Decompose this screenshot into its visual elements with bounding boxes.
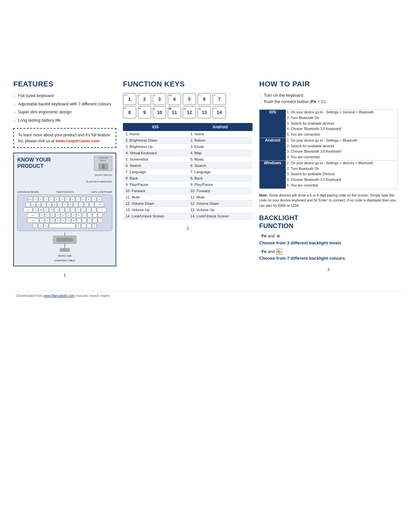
kb-key: , bbox=[77, 218, 81, 223]
fk-key-4: ⌨ 4 bbox=[168, 93, 181, 105]
info-box: To learn more about your product and it'… bbox=[13, 128, 116, 148]
kb-key: \ bbox=[98, 213, 103, 217]
keyboard-diagram: ESC F1 F2 F3 F4 F5 F6 F7 F8 F9 F10 F11 bbox=[17, 195, 112, 231]
kb-key: 8 bbox=[68, 202, 73, 207]
table-cell-android: 4. Map bbox=[188, 150, 253, 156]
table-cell-ios: 9. Play/Pause bbox=[123, 182, 188, 188]
function-keys-title: FUNCTION KEYS bbox=[123, 80, 253, 88]
features-list: Full sized keyboard Adjustable backlit k… bbox=[13, 93, 116, 123]
table-cell-ios: 5. Screenshot bbox=[123, 156, 188, 163]
on-off-label: ON/OFF SWITCH bbox=[94, 174, 112, 176]
platform-label: Windows bbox=[259, 160, 286, 189]
kb-key: ⌫ bbox=[95, 202, 104, 207]
kb-key: F11 bbox=[86, 197, 91, 201]
kb-key: ] bbox=[92, 207, 96, 212]
table-cell-android: 11. Mute bbox=[188, 194, 253, 200]
keyboard-top-labels: AURORA KEYBOARD FUNCTION KEYS CAPS LOCK/… bbox=[17, 191, 112, 193]
kb-key: 6 bbox=[57, 202, 62, 207]
kb-key: F bbox=[55, 213, 60, 217]
fk-key-6: 🔍 6 bbox=[198, 93, 211, 105]
list-item: Choose 'Bluetooth 3.0 Keyboard' bbox=[291, 126, 397, 132]
kb-key: ; bbox=[87, 213, 92, 217]
table-cell-android: 3. Email bbox=[188, 144, 253, 150]
kb-key: 7 bbox=[63, 202, 67, 207]
fk-key-7: ⚙ 7 bbox=[213, 93, 226, 105]
table-cell-ios: 8. Back bbox=[123, 175, 188, 182]
kb-key: F10 bbox=[81, 197, 86, 201]
kb-row-asdf: Caps A S D F G H J K L ; ' \ bbox=[20, 213, 110, 217]
caps-lock-label: CAPS LOCK/POWER bbox=[91, 191, 112, 193]
kb-key: H bbox=[66, 213, 71, 217]
page-wrapper: FEATURES Full sized keyboard Adjustable … bbox=[0, 0, 411, 314]
list-item: Long lasting battery life bbox=[13, 118, 116, 124]
page-number-1: 1 bbox=[13, 273, 116, 278]
kb-key: ' bbox=[93, 213, 97, 217]
fk-key-11: 🔇 11 bbox=[168, 106, 181, 118]
table-cell-android: 5. Music bbox=[188, 156, 253, 163]
list-item: Choose 'Bluetooth 3.0 Keyboard' bbox=[291, 149, 397, 154]
kb-key: = bbox=[89, 202, 94, 207]
kb-key: Y bbox=[60, 207, 64, 212]
table-row: 6. Search6. Search bbox=[123, 163, 253, 169]
kb-key: R bbox=[49, 207, 54, 212]
fk-row-2: ⏮ 8 ⏭ 9 ▶ 10 🔇 11 bbox=[123, 106, 253, 118]
table-cell-ios: 12. Volume Down bbox=[123, 200, 188, 207]
kb-key: F2 bbox=[39, 197, 43, 201]
table-row: 14. Lock/Unlock Screen14. Lock/Unlock Sc… bbox=[123, 213, 253, 219]
list-item: On your device go to - Settings > device… bbox=[291, 161, 397, 166]
function-keys-table: iOS Android 1. Home1. Home2. Brightness … bbox=[123, 123, 253, 219]
list-item: Full sized keyboard bbox=[13, 93, 116, 99]
sun-icon: ✳ bbox=[276, 233, 280, 239]
footer-link[interactable]: www.Manualslib.com bbox=[44, 294, 74, 298]
kb-key: G bbox=[61, 213, 65, 217]
page-number-2: 2 bbox=[123, 226, 253, 231]
table-row: 7. Language7. Language bbox=[123, 169, 253, 175]
kb-key: → bbox=[92, 223, 97, 228]
list-item: You are conected. bbox=[291, 183, 397, 188]
kb-key: / bbox=[87, 218, 92, 223]
table-cell-android: 8. Back bbox=[188, 175, 253, 182]
kb-row-zxcv: Shift Z X C V B N M , . / ↑ ? bbox=[20, 218, 110, 223]
platform-table: iOSOn your device go to - Settings > Gen… bbox=[259, 109, 398, 189]
charger-label: CHARGERINPUT bbox=[98, 157, 108, 162]
table-cell-ios: 3. Brightness Up bbox=[123, 144, 188, 150]
table-cell-android: 2. Return bbox=[188, 137, 253, 144]
kb-key: A bbox=[40, 213, 44, 217]
fk-row-1: ESC 1 ❄ 2 ❄ 3 ⌨ 4 bbox=[123, 93, 253, 105]
aurora-keyboard-label: AURORA KEYBOARD bbox=[17, 191, 39, 193]
table-cell-ios: 7. Language bbox=[123, 169, 188, 175]
fk-key-12: 🔉 12 bbox=[183, 106, 196, 118]
kb-key: Fn bbox=[33, 223, 38, 228]
bluetooth-label: BLUETOOTH INDICATOR bbox=[86, 181, 112, 183]
list-item: Turn Bluetooth On bbox=[291, 166, 397, 172]
list-item: You are connected. bbox=[291, 155, 397, 160]
table-cell-android: 1. Home bbox=[188, 131, 253, 137]
info-link[interactable]: www.coopercases.com bbox=[55, 139, 99, 143]
platform-steps: On your device go to - Settings > Genera… bbox=[286, 110, 398, 138]
kb-key: . bbox=[82, 218, 87, 223]
kb-key: M bbox=[71, 218, 76, 223]
table-cell-android: 13. Volume Up bbox=[188, 207, 253, 213]
table-row: 8. Back8. Back bbox=[123, 175, 253, 182]
table-cell-android: 6. Search bbox=[188, 163, 253, 169]
kb-key: F9 bbox=[76, 197, 80, 201]
kb-key: E bbox=[44, 207, 49, 212]
kb-key: Ctrl bbox=[38, 223, 43, 228]
kb-row-qwerty: Tab Q W E R T Y U I O P [ ] bbox=[20, 207, 110, 212]
kb-key: V bbox=[55, 218, 60, 223]
features-title: FEATURES bbox=[13, 80, 116, 88]
kb-key: ↑ bbox=[93, 218, 97, 223]
list-item: Search for available devices bbox=[291, 121, 397, 126]
kb-key: U bbox=[65, 207, 70, 212]
table-row: 12. Volume Down12. Volume Down bbox=[123, 200, 253, 207]
note-box: Note: Some devices will show a 6 or 8 di… bbox=[259, 193, 398, 208]
table-row: 1. Home1. Home bbox=[123, 131, 253, 137]
kb-key: N bbox=[66, 218, 71, 223]
table-row: 11. Mute11. Mute bbox=[123, 194, 253, 200]
kb-key: F6 bbox=[60, 197, 64, 201]
charger-shape: CHARGERINPUT bbox=[94, 156, 112, 171]
kb-key: F3 bbox=[44, 197, 49, 201]
platform-row: iOSOn your device go to - Settings > Gen… bbox=[259, 110, 398, 138]
kb-key: C bbox=[50, 218, 55, 223]
table-row: 10. Forward10. Forward bbox=[123, 188, 253, 194]
